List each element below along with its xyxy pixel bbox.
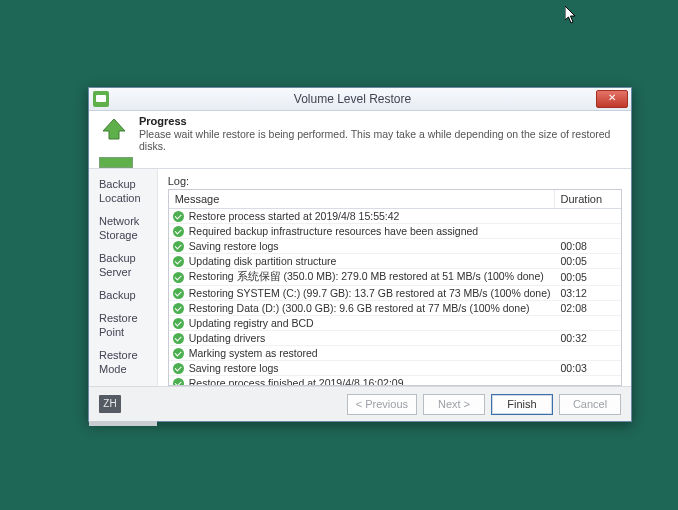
log-row[interactable]: Saving restore logs00:03 (169, 361, 621, 376)
log-row[interactable]: Restore process started at 2019/4/8 15:5… (169, 209, 621, 224)
log-duration (555, 352, 621, 354)
success-icon (173, 318, 184, 329)
wizard-header: Progress Please wait while restore is be… (89, 111, 631, 157)
log-message-text: Restore process finished at 2019/4/8 16:… (189, 377, 404, 385)
log-message-text: Saving restore logs (189, 362, 279, 374)
log-message-text: Updating drivers (189, 332, 265, 344)
sidebar-item-backup-location[interactable]: Backup Location (89, 173, 157, 209)
wizard-footer: ZH < Previous Next > Finish Cancel (89, 386, 631, 421)
log-duration (555, 230, 621, 232)
sidebar-item-restore-mode[interactable]: Restore Mode (89, 344, 157, 380)
log-row[interactable]: Restoring 系统保留 (350.0 MB): 279.0 MB rest… (169, 269, 621, 286)
log-message: Marking system as restored (169, 346, 555, 360)
log-duration: 00:03 (555, 361, 621, 375)
log-col-duration: Duration (555, 190, 621, 208)
log-row[interactable]: Updating disk partition structure00:05 (169, 254, 621, 269)
log-message: Restoring 系统保留 (350.0 MB): 279.0 MB rest… (169, 269, 555, 285)
log-message: Required backup infrastructure resources… (169, 224, 555, 238)
finish-button[interactable]: Finish (491, 394, 553, 415)
mouse-cursor (565, 6, 577, 24)
log-message: Restore process finished at 2019/4/8 16:… (169, 376, 555, 385)
success-icon (173, 241, 184, 252)
dialog-window: Volume Level Restore ✕ Progress Please w… (88, 87, 632, 422)
log-message-text: Saving restore logs (189, 240, 279, 252)
success-icon (173, 348, 184, 359)
log-label: Log: (168, 175, 622, 187)
titlebar: Volume Level Restore ✕ (89, 88, 631, 111)
log-row[interactable]: Restoring Data (D:) (300.0 GB): 9.6 GB r… (169, 301, 621, 316)
log-message: Updating drivers (169, 331, 555, 345)
success-icon (173, 256, 184, 267)
next-button: Next > (423, 394, 485, 415)
log-duration: 00:05 (555, 270, 621, 284)
log-row[interactable]: Saving restore logs00:08 (169, 239, 621, 254)
log-message: Updating disk partition structure (169, 254, 555, 268)
success-icon (173, 226, 184, 237)
log-message-text: Restoring SYSTEM (C:) (99.7 GB): 13.7 GB… (189, 287, 551, 299)
sidebar-item-backup[interactable]: Backup (89, 284, 157, 306)
log-row[interactable]: Restore process finished at 2019/4/8 16:… (169, 376, 621, 385)
language-badge[interactable]: ZH (99, 395, 121, 413)
log-header-row: Message Duration (169, 190, 621, 209)
progress-bar (99, 157, 133, 168)
previous-button: < Previous (347, 394, 417, 415)
success-icon (173, 303, 184, 314)
log-message: Restoring SYSTEM (C:) (99.7 GB): 13.7 GB… (169, 286, 555, 300)
log-duration: 00:05 (555, 254, 621, 268)
wizard-steps-sidebar: Backup LocationNetwork StorageBackup Ser… (89, 169, 158, 386)
log-message-text: Marking system as restored (189, 347, 318, 359)
log-duration (555, 215, 621, 217)
success-icon (173, 211, 184, 222)
log-row[interactable]: Updating drivers00:32 (169, 331, 621, 346)
success-icon (173, 272, 184, 283)
sidebar-item-restore-point[interactable]: Restore Point (89, 307, 157, 343)
log-message-text: Restoring 系统保留 (350.0 MB): 279.0 MB rest… (189, 270, 544, 284)
success-icon (173, 363, 184, 374)
log-duration: 03:12 (555, 286, 621, 300)
log-duration (555, 322, 621, 324)
log-message: Restore process started at 2019/4/8 15:5… (169, 209, 555, 223)
close-button[interactable]: ✕ (596, 90, 628, 108)
app-icon (93, 91, 109, 107)
log-duration: 00:32 (555, 331, 621, 345)
log-message-text: Restore process started at 2019/4/8 15:5… (189, 210, 400, 222)
log-row[interactable]: Updating registry and BCD (169, 316, 621, 331)
log-message-text: Required backup infrastructure resources… (189, 225, 479, 237)
page-title: Progress (139, 115, 621, 127)
sidebar-item-backup-server[interactable]: Backup Server (89, 247, 157, 283)
log-col-message: Message (169, 190, 555, 208)
sidebar-item-network-storage[interactable]: Network Storage (89, 210, 157, 246)
log-duration: 02:08 (555, 301, 621, 315)
log-message: Saving restore logs (169, 361, 555, 375)
log-duration (555, 382, 621, 384)
log-row[interactable]: Marking system as restored (169, 346, 621, 361)
cancel-button: Cancel (559, 394, 621, 415)
log-rows[interactable]: Restore process started at 2019/4/8 15:5… (169, 209, 621, 385)
success-icon (173, 333, 184, 344)
success-icon (173, 288, 184, 299)
log-message: Restoring Data (D:) (300.0 GB): 9.6 GB r… (169, 301, 555, 315)
log-message-text: Updating registry and BCD (189, 317, 314, 329)
log-row[interactable]: Restoring SYSTEM (C:) (99.7 GB): 13.7 GB… (169, 286, 621, 301)
log-message-text: Updating disk partition structure (189, 255, 337, 267)
log-duration: 00:08 (555, 239, 621, 253)
success-icon (173, 378, 184, 386)
restore-up-arrow-icon (99, 117, 133, 145)
window-title: Volume Level Restore (109, 92, 596, 106)
log-panel: Message Duration Restore process started… (168, 189, 622, 386)
log-message-text: Restoring Data (D:) (300.0 GB): 9.6 GB r… (189, 302, 530, 314)
page-description: Please wait while restore is being perfo… (139, 128, 621, 152)
log-row[interactable]: Required backup infrastructure resources… (169, 224, 621, 239)
log-message: Updating registry and BCD (169, 316, 555, 330)
progress-bar-fill (100, 158, 132, 167)
log-message: Saving restore logs (169, 239, 555, 253)
